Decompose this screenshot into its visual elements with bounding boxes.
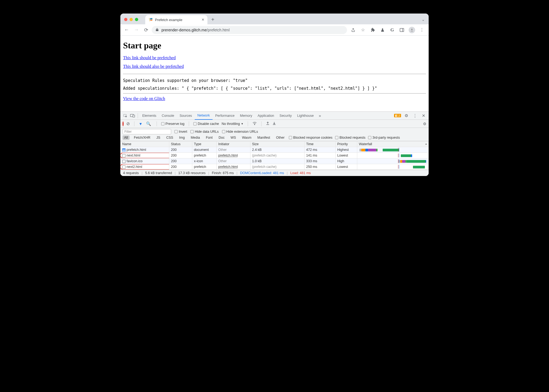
devtools-tab-lighthouse[interactable]: Lighthouse (295, 112, 316, 120)
divider (123, 74, 426, 74)
network-filters: Filter Invert Hide data URLs Hide extens… (120, 128, 429, 141)
close-window-button[interactable] (124, 18, 127, 21)
invert-checkbox[interactable]: Invert (174, 130, 187, 134)
devtools-tab-memory[interactable]: Memory (237, 112, 255, 120)
hide-extension-urls-checkbox[interactable]: Hide extension URLs (222, 130, 258, 134)
filter-type-js[interactable]: JS (155, 135, 162, 140)
table-row[interactable]: favicon.ico200x-iconOther1.0 kB333 msHig… (121, 158, 429, 164)
filter-type-manifest[interactable]: Manifest (256, 135, 272, 140)
prefetch-link-1[interactable]: This link should be prefetched (123, 55, 176, 60)
extensions-puzzle-icon[interactable] (370, 27, 376, 33)
gear-icon[interactable]: ⚙ (403, 112, 410, 119)
kebab-menu-icon[interactable]: ⋮ (411, 112, 418, 119)
throttling-select[interactable]: No throttling ▼ (222, 122, 243, 126)
google-g-icon[interactable]: G (389, 27, 395, 33)
devtools-tab-network[interactable]: Network (195, 112, 213, 120)
network-footer: 4 requests| 5.6 kB transferred| 17.3 kB … (120, 170, 429, 176)
network-table-wrap: Name Status Type Initiator Size Time Pri… (120, 141, 429, 170)
table-row[interactable]: next2.html200prefetchprefetch.html(prefe… (121, 164, 429, 170)
devtools-tab-security[interactable]: Security (277, 112, 295, 120)
filter-type-wasm[interactable]: Wasm (240, 135, 253, 140)
filter-type-media[interactable]: Media (189, 135, 201, 140)
col-time[interactable]: Time (305, 141, 336, 147)
svg-rect-0 (400, 28, 404, 32)
third-party-checkbox[interactable]: 3rd-party requests (368, 136, 400, 139)
upload-har-icon[interactable] (266, 121, 270, 126)
devtools-tab-sources[interactable]: Sources (177, 112, 195, 120)
blocked-requests-checkbox[interactable]: Blocked requests (335, 136, 365, 139)
highlight-box (121, 164, 169, 170)
issues-badge[interactable]: ◧ 2 (394, 114, 401, 117)
clear-button[interactable]: ⊘ (126, 121, 130, 126)
filter-type-css[interactable]: CSS (165, 135, 175, 140)
col-waterfall[interactable]: Waterfall (357, 141, 429, 147)
new-tab-button[interactable]: + (207, 16, 218, 24)
filter-type-other[interactable]: Other (274, 135, 286, 140)
filter-type-ws[interactable]: WS (229, 135, 237, 140)
page-title: Start page (123, 41, 426, 51)
filter-type-img[interactable]: Img (177, 135, 186, 140)
col-name[interactable]: Name (121, 141, 169, 147)
search-icon[interactable]: 🔍 (145, 120, 152, 127)
divider (157, 121, 157, 126)
footer-transferred: 5.6 kB transferred (145, 171, 172, 175)
col-status[interactable]: Status (169, 141, 192, 147)
file-icon (122, 154, 125, 157)
col-priority[interactable]: Priority (336, 141, 357, 147)
tab-title: Prefetch example (155, 18, 182, 22)
minimize-window-button[interactable] (130, 18, 133, 21)
glitch-code-link[interactable]: View the code on Glitch (123, 96, 165, 101)
more-tabs-chevron-icon[interactable]: » (316, 112, 323, 119)
footer-resources: 17.3 kB resources (178, 171, 206, 175)
device-toggle-icon[interactable] (129, 112, 136, 119)
devtools-tab-elements[interactable]: Elements (140, 112, 159, 120)
col-size[interactable]: Size (250, 141, 305, 147)
browser-window: 🎏 Prefetch example × + ⌄ ← → ⟳ prerender… (120, 14, 429, 176)
forward-button[interactable]: → (132, 26, 140, 34)
blocked-cookies-checkbox[interactable]: Blocked response cookies (289, 136, 332, 139)
side-panel-icon[interactable] (399, 27, 405, 33)
bookmark-star-icon[interactable]: ☆ (360, 27, 366, 33)
hide-data-urls-checkbox[interactable]: Hide data URLs (190, 130, 219, 134)
table-row[interactable]: next.html200prefetchprefetch.html(prefet… (121, 153, 429, 158)
footer-requests: 4 requests (123, 171, 139, 175)
gear-icon[interactable]: ⚙ (423, 122, 426, 126)
filter-type-font[interactable]: Font (204, 135, 214, 140)
labs-flask-icon[interactable] (379, 27, 385, 33)
browser-toolbar: ← → ⟳ prerender-demos.glitch.me/prefetch… (120, 24, 429, 36)
file-icon (122, 165, 125, 169)
close-tab-button[interactable]: × (202, 17, 204, 22)
prefetch-link-2[interactable]: This link should also be prefetched (123, 64, 184, 69)
preserve-log-checkbox[interactable]: Preserve log (161, 122, 184, 126)
maximize-window-button[interactable] (135, 18, 138, 21)
filter-type-all[interactable]: All (123, 135, 130, 140)
profile-avatar[interactable] (409, 27, 415, 33)
kebab-menu-icon[interactable]: ⋮ (419, 27, 425, 33)
browser-tab[interactable]: 🎏 Prefetch example × (145, 15, 207, 24)
col-initiator[interactable]: Initiator (217, 141, 250, 147)
filter-type-doc[interactable]: Doc (217, 135, 226, 140)
devtools-tab-performance[interactable]: Performance (213, 112, 237, 120)
reload-button[interactable]: ⟳ (142, 26, 150, 34)
table-header-row: Name Status Type Initiator Size Time Pri… (121, 141, 429, 147)
close-icon[interactable]: ✕ (420, 112, 427, 119)
disable-cache-checkbox[interactable]: Disable cache (193, 122, 219, 126)
svg-point-6 (254, 124, 255, 125)
inspect-element-icon[interactable] (122, 112, 129, 119)
share-icon[interactable] (350, 27, 356, 33)
svg-rect-5 (133, 115, 135, 117)
back-button[interactable]: ← (123, 26, 131, 34)
devtools-tab-console[interactable]: Console (159, 112, 177, 120)
tabs-chevron-icon[interactable]: ⌄ (422, 17, 425, 22)
filter-input[interactable]: Filter (123, 129, 171, 134)
filter-type-fetchxhr[interactable]: Fetch/XHR (132, 135, 152, 140)
record-button[interactable] (123, 122, 124, 126)
download-har-icon[interactable] (272, 121, 276, 126)
filter-icon[interactable]: ▼ (139, 122, 143, 126)
devtools-tab-application[interactable]: Application (255, 112, 277, 120)
titlebar: 🎏 Prefetch example × + ⌄ (120, 14, 429, 24)
network-conditions-icon[interactable] (252, 121, 257, 126)
table-row[interactable]: prefetch.html200documentOther2.4 kB472 m… (121, 147, 429, 153)
address-bar[interactable]: prerender-demos.glitch.me/prefetch.html (152, 26, 347, 34)
col-type[interactable]: Type (192, 141, 217, 147)
